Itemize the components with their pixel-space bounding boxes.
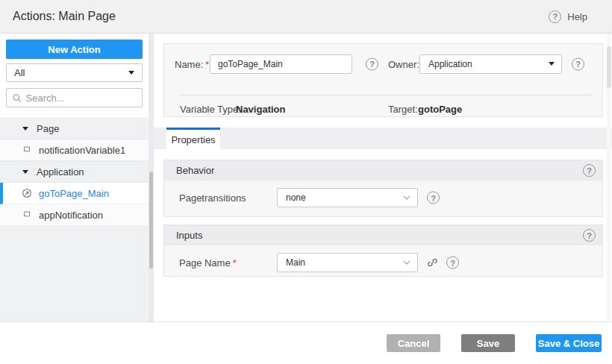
page-name-row-icons: ? — [427, 257, 459, 269]
page-name-label: Page Name* — [179, 257, 237, 269]
collapse-caret-icon — [22, 170, 28, 174]
caret-down-icon — [549, 62, 555, 66]
sidebar-scrollbar-thumb[interactable] — [149, 172, 153, 269]
tree-group-label: Page — [37, 123, 59, 134]
main-scrollbar[interactable] — [607, 34, 611, 321]
behavior-title: Behavior — [176, 165, 214, 176]
tree-group-label: Application — [37, 166, 84, 178]
variable-type-value: Navigation — [236, 104, 285, 115]
main-scrollbar-thumb[interactable] — [607, 46, 611, 88]
notification-flag-icon — [22, 145, 32, 155]
inputs-section-header: Inputs ? — [164, 225, 602, 245]
pagetransitions-help-icon[interactable]: ? — [427, 192, 440, 204]
page-name-row: Page Name* Main — [164, 245, 602, 280]
sidebar-empty-area — [0, 226, 149, 321]
required-marker: * — [205, 58, 209, 69]
sidebar-scrollbar[interactable] — [149, 34, 154, 321]
save-button[interactable]: Save — [461, 334, 515, 352]
header-bar: Actions: Main Page ? Help — [0, 0, 612, 34]
page-name-value: Main — [286, 257, 305, 268]
help-icon: ? — [549, 10, 561, 23]
pagetransitions-row-icons: ? — [427, 192, 440, 204]
caret-down-icon — [128, 71, 134, 75]
type-target-row: Variable Type: Navigation Target: gotoPa… — [175, 100, 596, 118]
cancel-button[interactable]: Cancel — [387, 334, 440, 352]
behavior-help-icon[interactable]: ? — [583, 164, 596, 177]
footer-bar: Cancel Save Save & Close — [0, 321, 612, 364]
owner-help-icon[interactable]: ? — [572, 57, 584, 70]
filter-value: All — [14, 67, 25, 78]
link-binding-icon[interactable] — [427, 257, 438, 269]
page-title: Actions: Main Page — [13, 10, 116, 23]
search-icon — [13, 93, 22, 103]
help-button[interactable]: ? Help — [549, 10, 587, 23]
tree-item-notificationvariable1[interactable]: notificationVariable1 — [0, 139, 149, 161]
inputs-help-icon[interactable]: ? — [583, 229, 596, 242]
inputs-title: Inputs — [176, 230, 202, 241]
actions-sidebar: New Action All Page — [0, 34, 149, 321]
search-box — [6, 88, 143, 107]
tree-group-application[interactable]: Application — [0, 161, 149, 183]
name-input[interactable] — [210, 54, 352, 74]
tab-properties[interactable]: Properties — [166, 128, 220, 149]
owner-dropdown[interactable]: Application — [419, 54, 562, 74]
collapse-caret-icon — [22, 127, 28, 131]
page-name-help-icon[interactable]: ? — [446, 257, 459, 269]
filter-dropdown[interactable]: All — [6, 63, 143, 82]
required-marker: * — [233, 257, 237, 269]
tree-item-label: appNotification — [39, 210, 103, 221]
sidebar-controls: New Action All — [0, 34, 149, 113]
action-summary-panel: Name:* ? Owner:* Application ? Variable … — [163, 43, 603, 117]
pagetransitions-row: Pagetransitions none ? — [164, 181, 602, 215]
new-action-button[interactable]: New Action — [6, 40, 143, 59]
tree-item-label: goToPage_Main — [39, 188, 109, 199]
target-label: Target: — [388, 104, 418, 115]
name-help-icon[interactable]: ? — [366, 57, 378, 70]
name-owner-row: Name:* ? Owner:* Application ? — [175, 54, 596, 74]
chevron-down-icon — [403, 195, 410, 200]
owner-value: Application — [428, 59, 472, 69]
actions-tree: Page notificationVariable1 Application — [0, 118, 149, 226]
page-name-dropdown[interactable]: Main — [277, 253, 418, 272]
inputs-section: Inputs ? Page Name* Main — [163, 225, 603, 277]
search-input[interactable] — [26, 92, 136, 104]
goto-page-icon — [22, 188, 32, 198]
target-value: gotoPage — [418, 104, 462, 115]
name-label: Name:* — [175, 58, 209, 69]
variable-type-label: Variable Type: — [180, 104, 241, 115]
main-content: Name:* ? Owner:* Application ? Variable … — [154, 34, 612, 321]
save-and-close-button[interactable]: Save & Close — [536, 334, 602, 352]
notification-flag-icon — [22, 210, 32, 220]
help-label: Help — [567, 11, 587, 22]
tree-item-gotopage-main[interactable]: goToPage_Main — [0, 183, 149, 204]
chevron-down-icon — [403, 260, 410, 265]
behavior-section-header: Behavior ? — [164, 160, 602, 181]
tree-item-label: notificationVariable1 — [39, 145, 125, 156]
tree-item-appnotification[interactable]: appNotification — [0, 204, 149, 226]
actions-editor-window: Actions: Main Page ? Help New Action All — [0, 0, 612, 364]
tab-strip: Properties — [154, 128, 612, 149]
form-divider — [180, 95, 593, 95]
pagetransitions-value: none — [286, 192, 306, 203]
tree-group-page[interactable]: Page — [0, 118, 149, 139]
behavior-section: Behavior ? Pagetransitions none ? — [163, 160, 603, 217]
pagetransitions-label: Pagetransitions — [179, 192, 246, 204]
pagetransitions-dropdown[interactable]: none — [277, 188, 418, 207]
